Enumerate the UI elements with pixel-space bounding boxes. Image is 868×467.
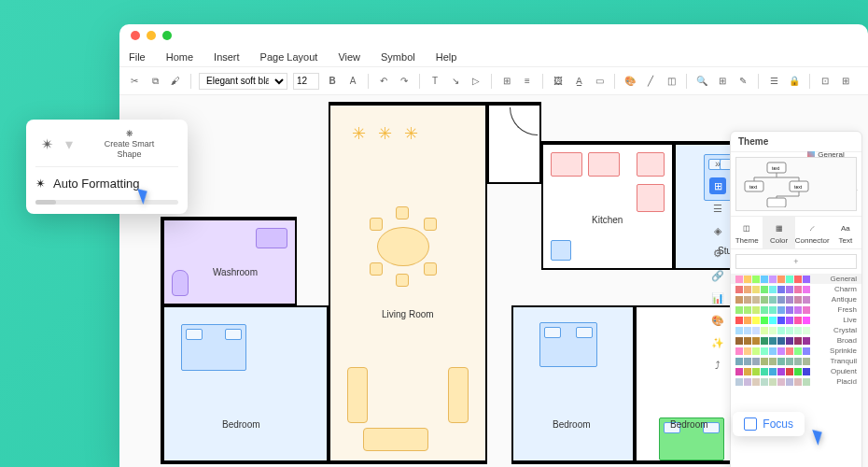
zoom-icon[interactable]: 🔍 — [694, 74, 709, 89]
color-swatch[interactable] — [794, 347, 802, 355]
color-swatch[interactable] — [786, 276, 793, 283]
palette-row[interactable]: Tranquil — [731, 356, 861, 366]
color-swatch[interactable] — [803, 378, 810, 386]
room-kitchen[interactable]: Kitchen — [541, 141, 674, 270]
palette-row[interactable]: Opulent — [731, 366, 861, 376]
color-swatch[interactable] — [735, 368, 743, 375]
undo-icon[interactable]: ↶ — [376, 74, 391, 89]
color-swatch[interactable] — [752, 306, 760, 314]
color-swatch[interactable] — [769, 317, 777, 324]
color-swatch[interactable] — [744, 296, 751, 304]
color-swatch[interactable] — [752, 296, 760, 304]
room-washroom[interactable]: Washroom — [161, 217, 297, 305]
color-swatch[interactable] — [735, 327, 743, 334]
add-theme-button[interactable]: + — [735, 254, 857, 269]
color-swatch[interactable] — [786, 296, 793, 304]
color-swatch[interactable] — [769, 368, 777, 375]
color-swatch[interactable] — [752, 286, 760, 293]
color-swatch[interactable] — [803, 276, 810, 283]
color-swatch[interactable] — [777, 337, 785, 345]
color-swatch[interactable] — [761, 378, 768, 386]
group-icon[interactable]: ⊞ — [499, 74, 514, 89]
palette-row[interactable]: Charm — [731, 284, 861, 294]
minimize-icon[interactable] — [147, 31, 156, 40]
layers-icon[interactable]: ☰ — [709, 200, 726, 217]
copy-icon[interactable]: ⧉ — [147, 74, 162, 89]
menu-home[interactable]: Home — [166, 51, 193, 63]
pointer-icon[interactable]: ▷ — [469, 74, 483, 89]
color-swatch[interactable] — [803, 286, 810, 293]
palette-row[interactable]: Sprinkle — [731, 346, 861, 356]
cut-icon[interactable]: ✂ — [127, 74, 142, 89]
color-swatch[interactable] — [803, 347, 810, 355]
color-swatch[interactable] — [794, 286, 802, 293]
format-slider[interactable] — [35, 200, 178, 205]
color-swatch[interactable] — [752, 347, 760, 355]
crop-icon[interactable]: ◫ — [664, 74, 679, 89]
color-swatch[interactable] — [786, 327, 793, 334]
color-swatch[interactable] — [761, 368, 768, 375]
color-swatch[interactable] — [794, 306, 802, 314]
tab-theme[interactable]: ◫Theme — [731, 217, 763, 248]
color-swatch[interactable] — [744, 317, 751, 324]
color-swatch[interactable] — [794, 337, 802, 345]
color-swatch[interactable] — [769, 276, 777, 283]
close-icon[interactable] — [131, 31, 140, 40]
palette-row[interactable]: Crystal — [731, 325, 861, 335]
color-swatch[interactable] — [786, 347, 793, 355]
palette-row[interactable]: Live — [731, 315, 861, 325]
text-tool-icon[interactable]: T — [427, 74, 442, 89]
color-swatch[interactable] — [786, 368, 793, 375]
tab-text[interactable]: AaText — [830, 217, 861, 248]
color-swatch[interactable] — [803, 296, 810, 304]
color-swatch[interactable] — [752, 327, 760, 334]
color-swatch[interactable] — [744, 337, 751, 345]
palette-icon[interactable]: 🎨 — [709, 312, 726, 329]
color-swatch[interactable] — [794, 378, 802, 386]
room-bedroom-2[interactable]: Bedroom — [511, 305, 635, 464]
color-swatch[interactable] — [761, 347, 768, 355]
color-swatch[interactable] — [752, 337, 760, 345]
color-swatch[interactable] — [777, 306, 785, 314]
menu-file[interactable]: File — [129, 51, 146, 63]
color-swatch[interactable] — [769, 337, 777, 345]
pen-icon[interactable]: ✎ — [735, 74, 750, 89]
color-swatch[interactable] — [752, 276, 760, 283]
menu-help[interactable]: Help — [436, 51, 457, 63]
color-swatch[interactable] — [761, 337, 768, 345]
room-living[interactable]: ✳ ✳ ✳ Living Room — [329, 102, 487, 464]
color-swatch[interactable] — [803, 317, 810, 324]
room-bedroom-1[interactable]: Bedroom — [161, 305, 329, 464]
color-swatch[interactable] — [794, 358, 802, 365]
color-swatch[interactable] — [777, 286, 785, 293]
color-swatch[interactable] — [786, 306, 793, 314]
color-swatch[interactable] — [735, 286, 743, 293]
color-swatch[interactable] — [777, 317, 785, 324]
color-swatch[interactable] — [794, 296, 802, 304]
format-painter-icon[interactable]: 🖌 — [168, 74, 183, 89]
palette-row[interactable]: Placid — [731, 376, 861, 387]
palette-row[interactable]: Fresh — [731, 304, 861, 315]
table-icon[interactable]: ⊞ — [715, 74, 730, 89]
color-swatch[interactable] — [761, 306, 768, 314]
more-icon[interactable]: ⊞ — [838, 74, 853, 89]
color-swatch[interactable] — [786, 317, 793, 324]
color-swatch[interactable] — [761, 296, 768, 304]
color-swatch[interactable] — [735, 358, 743, 365]
color-swatch[interactable] — [769, 286, 777, 293]
color-swatch[interactable] — [761, 276, 768, 283]
color-swatch[interactable] — [769, 347, 777, 355]
tab-connector[interactable]: ⟋Connector — [795, 217, 830, 248]
menu-symbol[interactable]: Symbol — [381, 51, 415, 63]
color-swatch[interactable] — [769, 296, 777, 304]
redo-icon[interactable]: ↷ — [397, 74, 412, 89]
color-swatch[interactable] — [735, 296, 743, 304]
expand-icon[interactable]: » — [709, 155, 726, 172]
color-swatch[interactable] — [769, 306, 777, 314]
color-swatch[interactable] — [777, 296, 785, 304]
create-smart-shape-button[interactable]: ❋ Create Smart Shape — [80, 129, 178, 159]
focus-button[interactable]: Focus — [733, 412, 805, 436]
menu-view[interactable]: View — [338, 51, 360, 63]
color-swatch[interactable] — [744, 368, 751, 375]
color-swatch[interactable] — [794, 276, 802, 283]
